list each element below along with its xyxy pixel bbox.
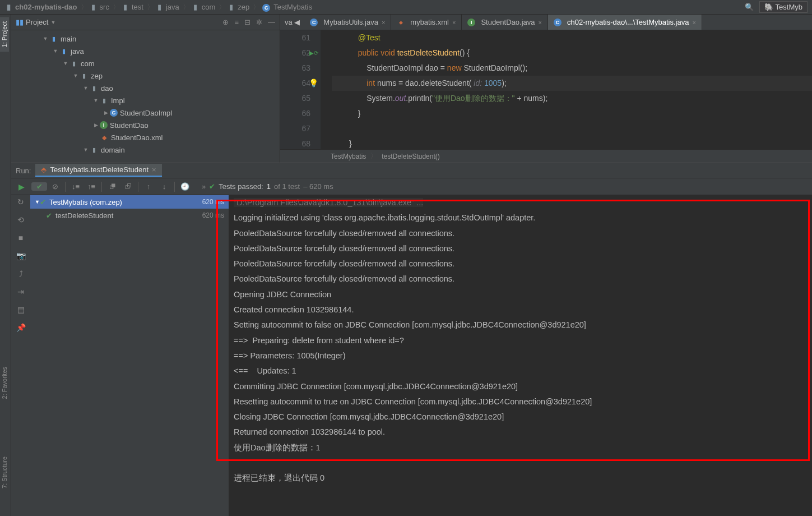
close-icon[interactable]: × <box>152 165 156 174</box>
toggle-icon[interactable]: ⟲ <box>17 215 24 224</box>
next-icon[interactable]: ↓ <box>156 182 172 191</box>
folder-icon: ▮▮ <box>16 18 24 26</box>
console-output[interactable]: "D:\Program Files\Java\jdk1.8.0_131\bin\… <box>229 195 812 516</box>
status-count: 1 <box>267 182 271 191</box>
show-ignored-icon[interactable]: ⊘ <box>47 182 63 191</box>
sort2-icon[interactable]: ↑≡ <box>83 182 99 191</box>
project-title: Project <box>26 18 48 26</box>
editor-tab[interactable]: ◆mybatis.xml× <box>391 15 462 30</box>
editor-breadcrumb[interactable]: TestMybatis〉testDeleteStudent() <box>280 149 812 163</box>
status-time: – 620 ms <box>303 182 333 191</box>
tree-item[interactable]: ▼▮com <box>11 57 280 70</box>
project-tool-window: ▮▮ Project ▼ ⊕ ≡ ⊟ ✲ — ▼▮main▼▮java▼▮com… <box>11 15 280 163</box>
breadcrumb[interactable]: ▮ch02-mybatis-dao〉▮src〉▮test〉▮java〉▮com〉… <box>4 2 314 12</box>
tree-item[interactable]: ▼▮Impl <box>11 94 280 107</box>
close-icon[interactable]: × <box>692 19 695 26</box>
navigation-bar: ▮ch02-mybatis-dao〉▮src〉▮test〉▮java〉▮com〉… <box>0 0 812 15</box>
elephant-icon: 🐘 <box>764 3 773 11</box>
run-tab[interactable]: ⬘ TestMybatis.testDeleteStudent × <box>35 164 161 177</box>
history-icon[interactable]: 🕘 <box>177 182 193 191</box>
project-tree[interactable]: ▼▮main▼▮java▼▮com▼▮zep▼▮dao▼▮Impl▶CStude… <box>11 30 280 163</box>
layout-icon[interactable]: ▤ <box>17 305 25 314</box>
left-gutter: 1: Project 2: Favorites 7: Structure <box>0 15 11 516</box>
expand-icon[interactable]: ≡ <box>234 18 239 26</box>
collapse-all-icon[interactable]: ⮺ <box>120 182 136 191</box>
tree-item[interactable]: ▶IStudentDao <box>11 119 280 131</box>
hide-icon[interactable]: — <box>268 18 275 26</box>
check-icon: ✔ <box>209 182 215 191</box>
rerun-icon[interactable]: ↻ <box>17 197 24 206</box>
editor-tab-bar: va ◀ CMybatisUtils.java×◆mybatis.xml×ISt… <box>280 15 812 30</box>
test-icon: ⬘ <box>41 165 47 174</box>
dump-icon[interactable]: 📷 <box>16 251 26 260</box>
tree-item[interactable]: ▼▮dao <box>11 82 280 94</box>
editor-area: va ◀ CMybatisUtils.java×◆mybatis.xml×ISt… <box>280 15 812 163</box>
code-editor[interactable]: 6162▶⟳6364💡65666768 @Test public void te… <box>280 30 812 149</box>
tree-item[interactable]: ▼▮java <box>11 45 280 57</box>
config-tab[interactable]: 🐘 TestMyb <box>759 1 808 13</box>
close-icon[interactable]: × <box>382 19 385 26</box>
tree-item[interactable]: ▼▮zep <box>11 70 280 82</box>
collapse-icon[interactable]: ⊟ <box>244 18 250 26</box>
project-header: ▮▮ Project ▼ ⊕ ≡ ⊟ ✲ — <box>11 15 280 30</box>
gear-icon[interactable]: ✲ <box>256 18 262 26</box>
editor-tab[interactable]: Cch02-mybatis-dao\...\TestMybatis.java× <box>548 15 702 30</box>
status-prefix: Tests passed: <box>219 182 263 191</box>
pin-icon[interactable]: 📌 <box>16 323 26 332</box>
run-icon[interactable]: ▶ <box>13 182 29 191</box>
run-label: Run: <box>16 167 31 175</box>
tree-item[interactable]: ▼▮domain <box>11 144 280 156</box>
run-toolbar: ▶ ✔ ⊘ ↓≡ ↑≡ ⮻ ⮺ ↑ ↓ 🕘 » ✔ Tests passed: … <box>11 178 812 195</box>
expand-all-icon[interactable]: ⮻ <box>104 182 120 191</box>
favorites-vtab[interactable]: 2: Favorites <box>0 362 9 403</box>
close-icon[interactable]: × <box>539 19 542 26</box>
stop-icon[interactable]: ■ <box>18 233 23 242</box>
show-passed-icon[interactable]: ✔ <box>31 182 47 191</box>
sort-icon[interactable]: ↓≡ <box>68 182 83 191</box>
test-row[interactable]: ✔testDeleteStudent620 ms <box>30 209 229 222</box>
editor-tab[interactable]: CMybatisUtils.java× <box>304 15 391 30</box>
run-side-toolbar: ↻ ⟲ ■ 📷 ⤴ ⇥ ▤ 📌 <box>11 195 30 516</box>
config-label: TestMyb <box>776 3 802 11</box>
structure-vtab[interactable]: 7: Structure <box>0 452 9 493</box>
tree-item[interactable]: ▶CStudentDaoImpl <box>11 107 280 119</box>
editor-tab[interactable]: IStudentDao.java× <box>462 15 548 30</box>
run-tool-window: Run: ⬘ TestMybatis.testDeleteStudent × ▶… <box>11 163 812 516</box>
run-tab-label: TestMybatis.testDeleteStudent <box>50 165 149 174</box>
tree-item[interactable]: ▼▮main <box>11 33 280 45</box>
status-mid: of 1 test <box>274 182 300 191</box>
prev-icon[interactable]: ↑ <box>141 182 156 191</box>
test-row[interactable]: ▼ ✔TestMybatis (com.zep)620 ms <box>30 195 229 209</box>
test-tree[interactable]: ▼ ✔TestMybatis (com.zep)620 ms✔testDelet… <box>30 195 229 516</box>
exit-icon[interactable]: ⤴ <box>19 269 23 278</box>
project-view-selector[interactable]: ▮▮ Project ▼ <box>16 18 55 26</box>
project-vtab[interactable]: 1: Project <box>0 17 9 52</box>
close-icon[interactable]: × <box>452 19 456 26</box>
import-icon[interactable]: ⇥ <box>17 287 24 296</box>
chevron-down-icon: ▼ <box>50 20 55 25</box>
prev-tab-arrow[interactable]: va ◀ <box>285 18 300 26</box>
tree-item[interactable]: ◆StudentDao.xml <box>11 131 280 144</box>
locate-icon[interactable]: ⊕ <box>222 18 229 26</box>
search-icon[interactable]: 🔍 <box>745 3 754 11</box>
